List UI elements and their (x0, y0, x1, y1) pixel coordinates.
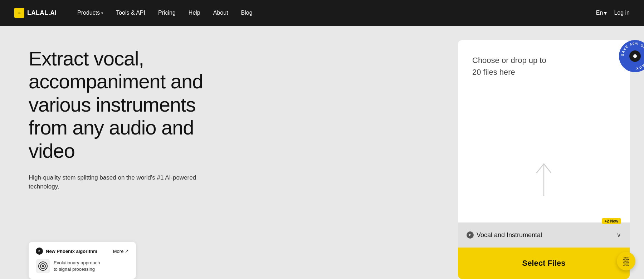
svg-point-1 (40, 264, 45, 269)
nav-products[interactable]: Products ▾ (71, 0, 109, 26)
phoenix-badge: P (36, 248, 43, 255)
products-chevron-icon: ▾ (101, 11, 103, 15)
new-badge: +2 New (602, 218, 621, 224)
selector-label: P Vocal and Instrumental (467, 231, 542, 239)
right-panel: SAVE 50% ON PRO PACK Choose or drop up t… (444, 26, 644, 279)
nav-right: En ▾ Log in (596, 10, 630, 16)
logo-icon: ≡ (14, 8, 24, 18)
selector-row[interactable]: +2 New P Vocal and Instrumental ∨ (458, 222, 630, 248)
nav-help[interactable]: Help (182, 0, 207, 26)
evolutionary-row: Evolutionary approach to signal processi… (36, 259, 129, 273)
selector-chevron-icon[interactable]: ∨ (616, 231, 621, 239)
selector-p-badge: P (467, 231, 474, 239)
svg-point-0 (39, 262, 47, 270)
svg-text:SAVE 50% ON PRO PACK: SAVE 50% ON PRO PACK (621, 42, 644, 70)
phoenix-header: P New Phoenix algorithm More ↗ (36, 248, 129, 255)
phoenix-card: P New Phoenix algorithm More ↗ Evolution… (29, 242, 136, 279)
drop-text: Choose or drop up to 20 files here (472, 54, 551, 78)
evolutionary-icon (36, 259, 50, 273)
chat-icon: ▒ (623, 256, 629, 266)
nav-pricing[interactable]: Pricing (152, 0, 182, 26)
nav-links: Products ▾ Tools & API Pricing Help Abou… (71, 0, 596, 26)
lang-chevron-icon: ▾ (604, 10, 607, 16)
logo-text: LALAL.AI (27, 9, 57, 17)
logo[interactable]: ≡ LALAL.AI (14, 8, 57, 18)
svg-point-2 (42, 265, 44, 267)
hero-title: Extract vocal, accompaniment and various… (29, 47, 236, 162)
login-button[interactable]: Log in (614, 10, 630, 16)
phoenix-more-link[interactable]: More ↗ (113, 249, 129, 254)
nav-blog[interactable]: Blog (235, 0, 259, 26)
phoenix-header-left: P New Phoenix algorithm (36, 248, 97, 255)
pro-pack-svg: SAVE 50% ON PRO PACK (619, 40, 644, 72)
left-panel: Extract vocal, accompaniment and various… (0, 26, 444, 279)
language-selector[interactable]: En ▾ (596, 10, 607, 16)
pro-pack-badge[interactable]: SAVE 50% ON PRO PACK (619, 40, 644, 72)
hero-subtitle: High-quality stem splitting based on the… (29, 173, 200, 191)
select-files-button[interactable]: Select Files (458, 248, 630, 279)
upload-arrow-icon (531, 160, 556, 208)
drop-area[interactable]: Choose or drop up to 20 files here (458, 40, 630, 222)
navbar: ≡ LALAL.AI Products ▾ Tools & API Pricin… (0, 0, 644, 26)
main-content: Extract vocal, accompaniment and various… (0, 26, 644, 279)
phoenix-title: New Phoenix algorithm (46, 249, 97, 254)
chat-bubble[interactable]: ▒ (617, 252, 635, 270)
nav-tools-api[interactable]: Tools & API (109, 0, 152, 26)
evolutionary-text: Evolutionary approach to signal processi… (54, 260, 100, 273)
nav-about[interactable]: About (207, 0, 235, 26)
